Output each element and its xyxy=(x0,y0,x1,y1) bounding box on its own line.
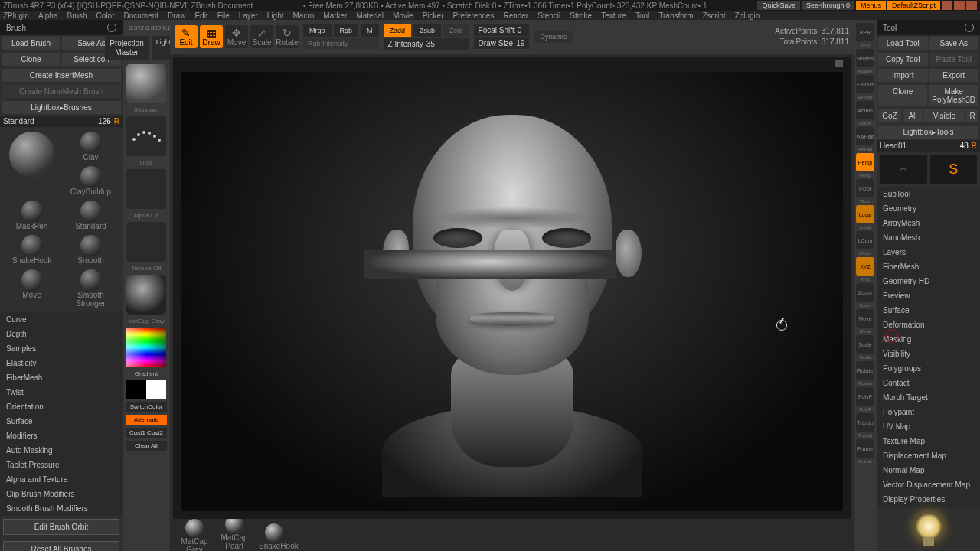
edit-brush-orbit-button[interactable]: Edit Brush Orbit xyxy=(3,519,119,535)
menu-tool[interactable]: Tool xyxy=(635,11,649,20)
tool-section-uv-map[interactable]: UV Map xyxy=(877,419,980,434)
section-auto-masking[interactable]: Auto Masking xyxy=(0,443,122,458)
tool-thumb-head2[interactable] xyxy=(364,250,616,279)
section-depth[interactable]: Depth xyxy=(0,327,122,341)
tool-section-vector-displacement-map[interactable]: Vector Displacement Map xyxy=(877,478,980,492)
view-models-button[interactable]: Models xyxy=(856,49,874,67)
tool-thumb-simplebrush[interactable]: S xyxy=(930,155,978,184)
tool-section-geometry[interactable]: Geometry xyxy=(877,201,980,216)
color-picker[interactable] xyxy=(126,328,166,367)
tool-section-layers[interactable]: Layers xyxy=(877,245,980,259)
export-button[interactable]: Export xyxy=(929,69,979,82)
copy-tool-button[interactable]: Copy Tool xyxy=(878,53,928,66)
tool-section-surface[interactable]: Surface xyxy=(877,303,980,318)
section-elasticity[interactable]: Elasticity xyxy=(0,356,122,370)
brush-move[interactable]: Move xyxy=(5,269,59,308)
minimize-icon[interactable] xyxy=(942,1,952,10)
menu-alpha[interactable]: Alpha xyxy=(38,11,58,20)
tool-section-texture-map[interactable]: Texture Map xyxy=(877,434,980,448)
brush-panel-title[interactable]: Brush xyxy=(0,20,122,35)
menu-zplugin[interactable]: Zplugin xyxy=(735,11,760,20)
create-insertmesh-button[interactable]: Create InsertMesh xyxy=(2,69,121,82)
menu-transform[interactable]: Transform xyxy=(658,11,693,20)
clone-brush-button[interactable]: Clone xyxy=(2,53,60,66)
view-polyf-button[interactable]: PolyF xyxy=(856,387,874,406)
brush-maskpen[interactable]: MaskPen xyxy=(5,201,59,230)
color-swatches[interactable] xyxy=(126,380,166,399)
move-tool-button[interactable]: ✥Move xyxy=(225,25,248,48)
create-nanomesh-button[interactable]: Create NanoMesh Brush xyxy=(2,85,121,98)
thumb-matcap-pearl-cav[interactable]: MatCap Pearl Cav xyxy=(219,515,250,552)
scale-tool-button[interactable]: ⤢Scale xyxy=(250,25,273,48)
view-floor-button[interactable]: Floor xyxy=(856,179,874,197)
section-curve[interactable]: Curve xyxy=(0,312,122,327)
lightbulb-icon[interactable] xyxy=(913,513,944,546)
lightbox-tools-button[interactable]: Lightbox▸Tools xyxy=(878,126,978,139)
zadd-button[interactable]: Zadd xyxy=(384,24,412,37)
brush-standard[interactable]: Standard xyxy=(64,201,118,230)
tool-section-normal-map[interactable]: Normal Map xyxy=(877,463,980,478)
make-polymesh-button[interactable]: Make PolyMesh3D xyxy=(929,85,978,106)
menu-stencil[interactable]: Stencil xyxy=(537,11,560,20)
tool-section-visibility[interactable]: Visibility xyxy=(877,347,980,361)
m-button[interactable]: M xyxy=(361,24,379,37)
view-xyz-button[interactable]: XYZ xyxy=(856,257,874,276)
material-preview[interactable] xyxy=(126,275,166,315)
mrgb-button[interactable]: Mrgb xyxy=(303,24,332,37)
brush-claybuildup[interactable]: ClayBuildup xyxy=(64,166,118,196)
refresh-icon[interactable] xyxy=(107,23,116,32)
menu-document[interactable]: Document xyxy=(124,11,159,20)
tool-section-display-properties[interactable]: Display Properties xyxy=(877,492,980,507)
reset-brushes-button[interactable]: Reset All Brushes xyxy=(3,541,119,551)
menu-zplugin[interactable]: ZPlugin xyxy=(3,11,29,20)
load-tool-button[interactable]: Load Tool xyxy=(878,37,928,50)
tool-section-polypaint[interactable]: Polypaint xyxy=(877,405,980,419)
view-move-button[interactable]: Move xyxy=(856,309,874,328)
tool-section-preview[interactable]: Preview xyxy=(877,289,980,303)
section-tablet-pressure[interactable]: Tablet Pressure xyxy=(0,458,122,472)
brush-smooth[interactable]: Smooth xyxy=(64,235,118,265)
tool-section-fibermesh[interactable]: FiberMesh xyxy=(877,259,980,274)
view-scale-button[interactable]: Scale xyxy=(856,335,874,354)
menu-stroke[interactable]: Stroke xyxy=(570,11,592,20)
rgb-button[interactable]: Rgb xyxy=(334,24,359,37)
view-zoom-button[interactable]: Zoom xyxy=(856,283,874,302)
menu-color[interactable]: Color xyxy=(96,11,115,20)
section-modifiers[interactable]: Modifiers xyxy=(0,429,122,443)
section-fibermesh[interactable]: FiberMesh xyxy=(0,370,122,385)
tool-section-unified-skin[interactable]: Unified Skin xyxy=(877,507,980,508)
alpha-preview[interactable] xyxy=(126,169,166,209)
menu-edit[interactable]: Edit xyxy=(194,11,207,20)
menu-material[interactable]: Material xyxy=(356,11,384,20)
menu-picker[interactable]: Picker xyxy=(423,11,444,20)
zsub-button[interactable]: Zsub xyxy=(413,24,441,37)
zcut-button[interactable]: Zcut xyxy=(443,24,469,37)
section-smooth-brush-modifiers[interactable]: Smooth Brush Modifiers xyxy=(0,501,122,516)
menu-render[interactable]: Render xyxy=(503,11,528,20)
view-actual-button[interactable]: Actual xyxy=(856,101,874,119)
menu-marker[interactable]: Marker xyxy=(323,11,347,20)
menu-layer[interactable]: Layer xyxy=(239,11,258,20)
grip-icon[interactable] xyxy=(835,60,843,67)
maximize-icon[interactable] xyxy=(954,1,965,10)
menu-macro[interactable]: Macro xyxy=(293,11,315,20)
goz-visible-button[interactable]: Visible xyxy=(924,109,965,122)
brush-smooth-stronger[interactable]: Smooth Stronger xyxy=(64,269,118,308)
swatch-black[interactable] xyxy=(126,380,146,399)
z-intensity-slider[interactable]: Z Intensity35 xyxy=(384,38,469,50)
goz-button[interactable]: GoZ xyxy=(878,109,901,122)
view-rotate-button[interactable]: Rotate xyxy=(856,361,874,380)
tool-section-arraymesh[interactable]: ArrayMesh xyxy=(877,216,980,230)
save-tool-button[interactable]: Save As xyxy=(929,37,979,50)
paste-tool-button[interactable]: Paste Tool xyxy=(929,53,979,66)
clone-tool-button[interactable]: Clone xyxy=(878,85,927,106)
tool-panel-title[interactable]: Tool xyxy=(877,20,980,35)
load-brush-button[interactable]: Load Brush xyxy=(2,37,60,50)
menus-button[interactable]: Menus xyxy=(856,1,886,10)
rotate-tool-button[interactable]: ↻Rotate xyxy=(276,25,299,48)
dynamic-button[interactable]: Dynamic xyxy=(534,31,573,43)
section-orientation[interactable]: Orientation xyxy=(0,399,122,414)
menu-zscript[interactable]: Zscript xyxy=(703,11,726,20)
projection-master-button[interactable]: ProjectionMaster xyxy=(105,36,148,60)
draw-size-slider[interactable]: Draw Size19 xyxy=(474,37,530,49)
